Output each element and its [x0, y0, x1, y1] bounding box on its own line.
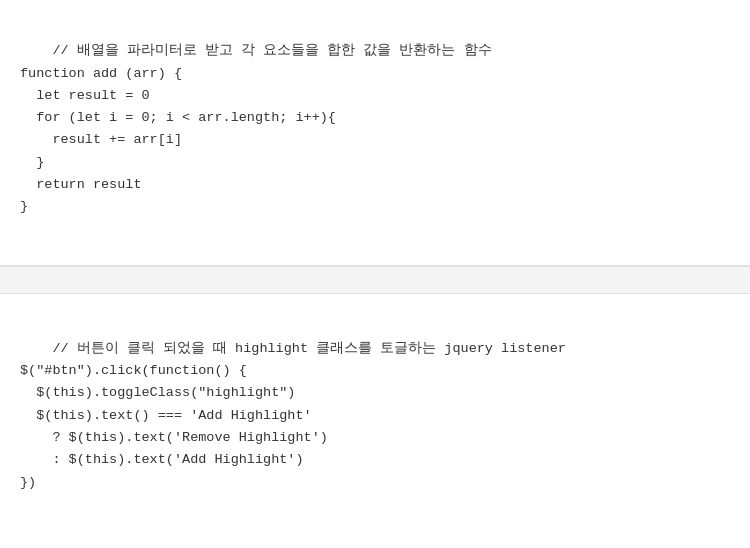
code-container: // 배열을 파라미터로 받고 각 요소들을 합한 값을 반환하는 함수 fun…: [0, 0, 750, 548]
code-line-1-5: result += arr[i]: [20, 132, 182, 147]
code-line-1-3: let result = 0: [20, 88, 150, 103]
code-line-2-4: $(this).text() === 'Add Highlight': [20, 408, 312, 423]
code-line-1-2: function add (arr) {: [20, 66, 182, 81]
code-line-1-4: for (let i = 0; i < arr.length; i++){: [20, 110, 336, 125]
code-line-2-2: $("#btn").click(function() {: [20, 363, 247, 378]
code-line-1-1: // 배열을 파라미터로 받고 각 요소들을 합한 값을 반환하는 함수: [52, 43, 491, 58]
code-line-2-6: : $(this).text('Add Highlight'): [20, 452, 304, 467]
code-line-1-7: return result: [20, 177, 142, 192]
code-line-1-8: }: [20, 199, 28, 214]
section-divider: [0, 266, 750, 294]
code-line-2-1: // 버튼이 클릭 되었을 때 highlight 클래스를 토글하는 jque…: [52, 341, 565, 356]
code-line-2-3: $(this).toggleClass("highlight"): [20, 385, 295, 400]
code-line-2-5: ? $(this).text('Remove Highlight'): [20, 430, 328, 445]
code-block-2: // 버튼이 클릭 되었을 때 highlight 클래스를 토글하는 jque…: [0, 294, 750, 534]
code-line-1-6: }: [20, 155, 44, 170]
code-line-2-7: }): [20, 475, 36, 490]
code-block-1: // 배열을 파라미터로 받고 각 요소들을 합한 값을 반환하는 함수 fun…: [0, 0, 750, 266]
